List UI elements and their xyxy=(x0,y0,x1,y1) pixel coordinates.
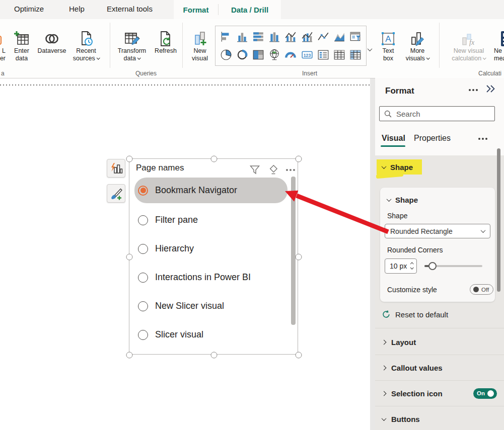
slicer-item[interactable]: Interactions in Power BI xyxy=(134,263,287,292)
menu-item-external-tools[interactable]: External tools xyxy=(107,5,153,13)
clustered-column-100-icon[interactable] xyxy=(268,31,280,43)
matrix-icon[interactable] xyxy=(349,49,362,61)
multirow-card-icon[interactable] xyxy=(317,49,329,61)
ribbon-button-label: calculation xyxy=(446,55,491,62)
treemap-icon[interactable] xyxy=(252,49,264,61)
sql-server-button-clipped[interactable]: L er xyxy=(0,25,7,62)
visual-gallery: 123 xyxy=(215,26,367,66)
line-chart-icon[interactable] xyxy=(317,31,329,43)
pane-scrollbar[interactable] xyxy=(497,148,500,292)
more-options-icon[interactable] xyxy=(286,169,295,171)
line-column-combo-icon[interactable] xyxy=(284,31,297,43)
refresh-button[interactable]: Refresh xyxy=(152,25,179,55)
pane-more-options-icon[interactable] xyxy=(469,89,478,91)
tab-data-drill[interactable]: Data / Drill xyxy=(219,0,281,19)
tab-visual[interactable]: Visual xyxy=(382,134,405,143)
resize-handle[interactable] xyxy=(126,352,133,359)
enter-data-button[interactable]: Enter data xyxy=(9,25,34,62)
eraser-icon[interactable] xyxy=(267,164,279,176)
transform-data-button[interactable]: Transform data xyxy=(113,25,151,62)
slicer-visual[interactable]: Page names Bookmark NavigatorFilter pane… xyxy=(129,158,298,355)
document-refresh-icon xyxy=(157,30,174,47)
ribbon-button-label: Refresh xyxy=(152,47,179,55)
radio-selected-icon[interactable] xyxy=(138,186,148,196)
section-layout[interactable]: Layout xyxy=(382,329,497,355)
slider-handle[interactable] xyxy=(428,262,437,270)
chevron-down-icon xyxy=(410,266,413,269)
slicer-item[interactable]: Hierarchy xyxy=(134,234,287,263)
toggle-knob xyxy=(487,390,494,397)
gauge-icon[interactable] xyxy=(284,49,297,61)
gallery-expand-button[interactable] xyxy=(368,44,372,53)
menu-item-optimize[interactable]: Optimize xyxy=(14,5,44,13)
section-shape-header[interactable]: Shape xyxy=(382,163,413,171)
toggle-knob xyxy=(473,287,479,292)
report-canvas[interactable]: Page names Bookmark NavigatorFilter pane… xyxy=(0,78,375,430)
section-callout-values[interactable]: Callout values xyxy=(382,355,497,380)
slicer-item[interactable]: Bookmark Navigator xyxy=(134,178,287,203)
resize-handle[interactable] xyxy=(211,352,218,359)
slicer-item[interactable]: New Slicer visual xyxy=(134,292,287,320)
build-visual-button[interactable] xyxy=(107,159,125,178)
shape-subsection-header[interactable]: Shape xyxy=(387,196,418,204)
radio-icon[interactable] xyxy=(138,301,148,311)
chevron-down-icon xyxy=(481,228,486,233)
chevron-down-icon xyxy=(368,46,373,51)
stacked-bar-100-icon[interactable] xyxy=(252,31,264,43)
rounded-corners-slider[interactable] xyxy=(424,265,482,267)
slicer-item[interactable]: Slicer visual xyxy=(134,320,287,349)
collapse-pane-icon[interactable] xyxy=(485,84,496,93)
selection-icon-toggle[interactable]: On xyxy=(473,388,497,399)
svg-text:A: A xyxy=(385,34,391,44)
report-funnel-icon[interactable] xyxy=(349,31,362,43)
tab-properties[interactable]: Properties xyxy=(414,134,451,143)
chevron-down-icon xyxy=(426,56,429,59)
filter-funnel-icon[interactable] xyxy=(249,164,261,176)
search-box[interactable] xyxy=(379,106,495,121)
rounded-corners-input[interactable]: 10 px xyxy=(385,259,417,274)
area-chart-icon[interactable] xyxy=(333,31,345,43)
section-buttons[interactable]: Buttons xyxy=(382,406,497,430)
radio-icon[interactable] xyxy=(138,330,148,340)
ribbon-button-label: mea xyxy=(491,55,504,62)
resize-handle[interactable] xyxy=(126,254,133,261)
search-input[interactable] xyxy=(396,110,496,118)
pie-chart-icon[interactable] xyxy=(220,49,232,61)
section-selection-icon[interactable]: Selection icon On xyxy=(382,381,497,406)
donut-chart-icon[interactable] xyxy=(236,49,248,61)
section-label: Layout xyxy=(391,338,416,347)
resize-handle[interactable] xyxy=(126,156,133,162)
slicer-scrollbar[interactable] xyxy=(291,177,296,325)
format-visual-button[interactable] xyxy=(107,184,125,203)
tab-more-options-icon[interactable] xyxy=(478,138,487,140)
map-globe-icon[interactable] xyxy=(268,49,280,61)
dataverse-button[interactable]: Dataverse xyxy=(35,25,68,55)
table-icon[interactable] xyxy=(333,49,345,61)
radio-icon[interactable] xyxy=(138,244,148,254)
radio-icon[interactable] xyxy=(138,215,148,225)
shape-dropdown[interactable]: Rounded Rectangle xyxy=(385,224,490,238)
tab-format[interactable]: Format xyxy=(174,0,218,19)
clustered-column-icon[interactable] xyxy=(236,31,248,43)
resize-handle[interactable] xyxy=(296,156,302,162)
format-pane-header: Format Visual Properties xyxy=(375,78,504,155)
new-visual-button[interactable]: New visual xyxy=(186,25,213,62)
recent-sources-button[interactable]: Recent sources xyxy=(69,25,103,62)
card-123-icon[interactable]: 123 xyxy=(301,49,313,61)
stacked-bar-icon[interactable] xyxy=(220,31,232,43)
spinner-arrows[interactable] xyxy=(411,263,413,269)
resize-handle[interactable] xyxy=(296,254,302,261)
radio-icon[interactable] xyxy=(138,273,148,283)
more-visuals-button[interactable]: More visuals xyxy=(402,25,433,62)
resize-handle[interactable] xyxy=(211,156,218,162)
new-measure-button-clipped[interactable]: Ne mea xyxy=(491,25,504,62)
database-icon xyxy=(0,30,6,47)
customize-style-toggle[interactable]: Off xyxy=(470,284,493,295)
text-box-button[interactable]: A Text box xyxy=(377,25,400,62)
line-stacked-column-combo-icon[interactable] xyxy=(301,31,313,43)
new-visual-calculation-button[interactable]: fx New visual calculation xyxy=(446,25,491,62)
menu-item-help[interactable]: Help xyxy=(69,5,85,13)
slicer-item[interactable]: Filter pane xyxy=(134,206,287,234)
reset-to-default-button[interactable]: Reset to default xyxy=(382,310,448,319)
resize-handle[interactable] xyxy=(296,352,302,359)
